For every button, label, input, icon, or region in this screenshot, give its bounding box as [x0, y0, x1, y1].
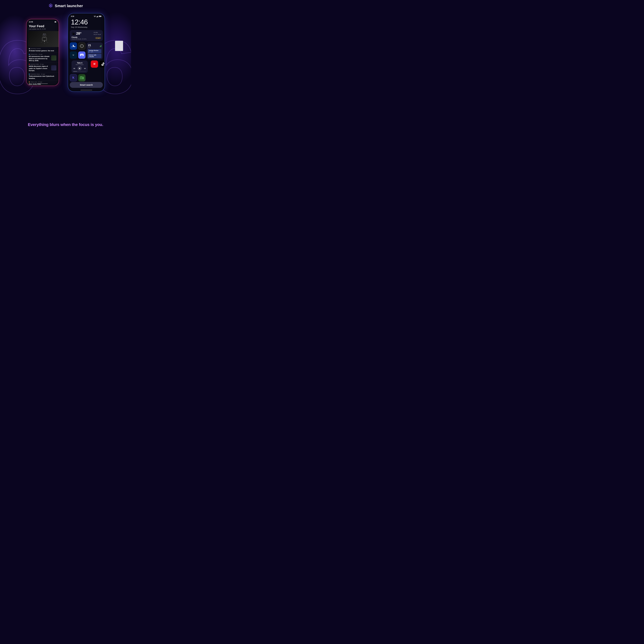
- tiktok-logo-icon: [101, 62, 104, 66]
- lr-label: Lr: [73, 54, 74, 56]
- source-dot-2: [29, 64, 30, 65]
- svg-rect-26: [101, 16, 102, 17]
- news-source-1: Global Echo · 1h ago: [29, 54, 56, 55]
- pl-time: 12:46: [29, 21, 33, 23]
- music-controls[interactable]: ⏮ ▶ ⏭: [73, 66, 86, 70]
- pr-weather-top: 🌤 28° ⬆ 20% ⬆ 22° ⬇ 14°: [72, 31, 101, 36]
- battery-icon: [55, 21, 56, 23]
- weather-details: ⬆ 20% ⬆ 22° ⬇ 14°: [94, 31, 101, 36]
- pr-home-indicator: [81, 90, 92, 90]
- app-wallet[interactable]: [78, 74, 85, 81]
- cal-bars: [100, 45, 101, 47]
- pr-calendar-widget: 21 FRI Design Review 5 - 6pm Dinner with…: [87, 42, 103, 59]
- svg-rect-35: [80, 76, 82, 77]
- cal-day-num: 21 FRI: [88, 44, 91, 48]
- news-headline-0: AI beats human gamers: the next: [29, 50, 56, 52]
- cal-event-1: Dinner with Claudia: [88, 54, 101, 58]
- svg-rect-9: [43, 34, 46, 37]
- weather-temp: 28°: [76, 31, 81, 36]
- pl-statusbar: 12:46: [27, 19, 59, 24]
- source-dot-3: [29, 74, 30, 75]
- cal-bar-1: [100, 46, 100, 47]
- pr-time: 9:30: [71, 15, 74, 17]
- pr-date: Sep 19 Wednesday: [68, 26, 105, 29]
- news-thumb-2: [51, 65, 56, 70]
- svg-rect-23: [98, 16, 98, 17]
- source-dot-1: [29, 54, 30, 55]
- svg-marker-29: [81, 46, 82, 47]
- pl-feed-subtitle: Last update Jan 31, 21:36: [29, 28, 56, 30]
- weather-icon: 🌤: [72, 31, 75, 36]
- app-playstation[interactable]: [70, 42, 77, 50]
- pl-scroll-indicator: [38, 83, 48, 84]
- source-icon-0: [29, 48, 30, 49]
- pl-feed-title: Your Feed: [29, 24, 56, 28]
- battery-icon-right: [99, 16, 102, 17]
- app-logo: [48, 3, 53, 8]
- news-row-2: NASA discovers signs of water on Jupiter…: [29, 65, 56, 72]
- weather-condition: Cloudy: [72, 36, 87, 38]
- pr-music-apps-row: Take it Moon Empire ⏮ ▶ ⏭ N: [70, 60, 103, 73]
- phones-container: 12:46 Your Feed Last update Jan 31, 21:3…: [26, 13, 105, 112]
- accent-rectangle: [115, 41, 123, 51]
- pr-status-icons: [94, 16, 102, 17]
- svg-point-34: [83, 78, 83, 78]
- weather-sub-detail: Scattered clouds: 25-50%: [72, 38, 87, 40]
- app-lightroom[interactable]: Lr: [70, 51, 77, 59]
- signal-icon: [96, 16, 98, 17]
- news-headline-1: EU announces new climate deal to cut emi…: [29, 55, 50, 62]
- source-dot-4: [29, 82, 30, 82]
- music-artist: Moon Empire: [76, 64, 84, 65]
- header: Smart launcher: [0, 3, 131, 8]
- news-row-1: EU announces new climate deal to cut emi…: [29, 55, 56, 62]
- news-headline-3: Tesla announces new Cybertruck timeline.: [29, 75, 56, 79]
- svg-rect-27: [99, 16, 101, 17]
- music-title: Take it: [77, 62, 82, 64]
- netflix-label: N: [93, 62, 95, 66]
- svg-point-31: [82, 55, 83, 55]
- discord-logo-icon: [80, 54, 84, 57]
- wallet-icon: [80, 76, 84, 79]
- pr-bottom-app-row: K: [70, 74, 103, 81]
- prev-button[interactable]: ⏮: [73, 67, 75, 69]
- news-source-0: TechHive Central: [29, 48, 56, 49]
- svg-rect-22: [97, 16, 97, 17]
- chatgpt-logo-icon: [80, 44, 84, 48]
- svg-marker-28: [81, 45, 82, 46]
- svg-line-13: [41, 41, 43, 43]
- pr-weather-widget: 🌤 28° ⬆ 20% ⬆ 22° ⬇ 14° Cloudy Scattered…: [70, 30, 103, 41]
- app-discord[interactable]: [78, 51, 85, 59]
- svg-rect-24: [98, 16, 98, 17]
- news-item-4: Urban Lens · 1h ago New study links: [27, 80, 59, 86]
- app-netflix[interactable]: N: [91, 60, 98, 68]
- smart-search-button[interactable]: Smart search: [70, 82, 103, 88]
- app-tiktok[interactable]: [99, 60, 105, 68]
- news-thumb-1: [51, 55, 56, 61]
- play-button[interactable]: ▶: [78, 66, 82, 70]
- app-klack[interactable]: K: [70, 74, 77, 81]
- tagline: Everything blurs when the focus is you.: [0, 122, 131, 127]
- news-headline-2: NASA discovers signs of water on Jupiter…: [29, 65, 50, 72]
- next-button[interactable]: ⏭: [84, 67, 86, 69]
- klack-label: K: [72, 76, 74, 79]
- svg-rect-8: [55, 22, 56, 22]
- app-name: Smart launcher: [55, 4, 83, 8]
- news-item-3: PulseWire News · 1h ago Tesla announces …: [27, 73, 59, 80]
- svg-rect-18: [29, 48, 30, 49]
- cal-header: 21 FRI: [88, 44, 101, 48]
- svg-rect-10: [42, 38, 47, 40]
- app-chatgpt[interactable]: [78, 42, 85, 50]
- music-progress: [73, 71, 86, 72]
- news-item-0: TechHive Central AI beats human gamers: …: [27, 47, 59, 53]
- svg-line-14: [46, 41, 48, 43]
- cal-bar-2: [101, 45, 101, 47]
- pr-music-widget: Take it Moon Empire ⏮ ▶ ⏭: [72, 60, 88, 73]
- pl-hero-image: [28, 31, 59, 47]
- wifi-icon: [94, 16, 96, 17]
- pl-feed-header: Your Feed Last update Jan 31, 21:36: [27, 24, 59, 31]
- weather-humidity: ⬆ 20%: [94, 31, 101, 33]
- phone-right: 9:30: [68, 13, 105, 92]
- news-source-2: NextGen Daily · 1h ago: [29, 63, 56, 65]
- news-headline-4: New study links: [29, 83, 56, 85]
- svg-point-20: [95, 17, 95, 17]
